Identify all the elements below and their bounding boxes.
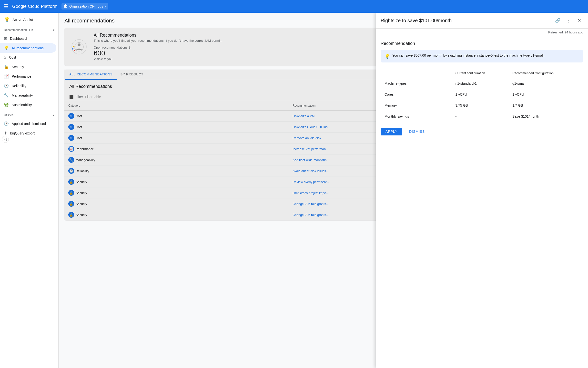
sidebar-title: Active Assist bbox=[12, 18, 33, 22]
config-label: Memory bbox=[381, 100, 452, 111]
sidebar-item-label: Cost bbox=[9, 55, 16, 59]
manageability-icon: 🔧 bbox=[4, 93, 9, 98]
sidebar-item-all-recommendations[interactable]: 💡 All recommendations bbox=[0, 43, 56, 53]
recommendation-link[interactable]: Change IAM role grants... bbox=[293, 202, 329, 206]
column-category: Category bbox=[64, 101, 289, 111]
sidebar-item-reliability[interactable]: 🕐 Reliability bbox=[0, 81, 56, 91]
top-navigation: ☰ Google Cloud Platform 🏛 Organization O… bbox=[0, 0, 588, 13]
config-current-value: n1-standard-1 bbox=[452, 78, 508, 89]
sidebar-section-recommendation-hub[interactable]: Recommendation Hub ▾ bbox=[0, 26, 58, 34]
config-current-value: 1 vCPU bbox=[452, 89, 508, 100]
sidebar-header: 💡 Active Assist bbox=[0, 13, 58, 26]
config-row-memory: Memory 3.75 GB 1.7 GB bbox=[381, 100, 583, 111]
sidebar-item-label: Sustainability bbox=[12, 103, 32, 107]
recommendation-link[interactable]: Downsize a VM bbox=[293, 114, 314, 118]
apply-button[interactable]: APPLY bbox=[381, 128, 402, 135]
copy-link-button[interactable]: 🔗 bbox=[554, 17, 562, 24]
perf-badge-icon: 📈 bbox=[68, 146, 74, 152]
sidebar-item-label: Reliability bbox=[12, 84, 26, 88]
sidebar-item-label: Dashboard bbox=[10, 37, 27, 41]
recommendation-link[interactable]: Remove an idle disk bbox=[293, 136, 321, 140]
svg-point-5 bbox=[74, 50, 75, 51]
tab-all-recommendations[interactable]: ALL RECOMMENDATIONS bbox=[65, 70, 117, 80]
category-name: Security bbox=[76, 191, 87, 195]
sidebar-item-security[interactable]: 🔒 Security bbox=[0, 62, 56, 72]
brand-name: Google Cloud Platform bbox=[12, 4, 58, 9]
illustration bbox=[69, 37, 89, 57]
recommendation-link[interactable]: Avoid out-of-disk issues... bbox=[293, 169, 329, 173]
config-label: Cores bbox=[381, 89, 452, 100]
recommendation-link[interactable]: Limit cross-project impe... bbox=[293, 191, 329, 195]
cost-icon: $ bbox=[4, 55, 6, 60]
sidebar-section-chevron-icon: ▾ bbox=[53, 113, 54, 117]
filter-icon: ⬛ bbox=[69, 95, 73, 99]
sidebar-item-cost[interactable]: $ Cost bbox=[0, 53, 56, 62]
config-comparison-table: Current configuration Recommended Config… bbox=[381, 68, 583, 122]
panel-actions: 🔗 ⋮ ✕ bbox=[554, 17, 583, 24]
recommendation-link[interactable]: Change IAM role grants... bbox=[293, 213, 329, 217]
category-name: Cost bbox=[76, 114, 82, 118]
panel-refresh-info: Refreshed: 24 hours ago bbox=[376, 29, 588, 36]
security-badge-icon: 🔒 bbox=[68, 212, 74, 218]
menu-button[interactable]: ☰ bbox=[4, 3, 8, 9]
open-recs-count: 600 bbox=[94, 49, 130, 57]
info-icon[interactable]: ℹ bbox=[129, 45, 130, 49]
bigquery-export-icon: ⬆ bbox=[4, 131, 7, 135]
tab-by-product[interactable]: BY PRODUCT bbox=[117, 70, 147, 80]
sidebar-section-utilities[interactable]: Utilities ▾ bbox=[0, 112, 58, 119]
info-banner-text: You can save $507.00 per month by switch… bbox=[392, 53, 545, 57]
category-name: Cost bbox=[76, 125, 82, 129]
sidebar-item-label: Applied and dismissed bbox=[12, 122, 46, 126]
config-recommended-value: g1-small bbox=[508, 78, 583, 89]
collapse-sidebar-button[interactable]: ◁ bbox=[2, 136, 9, 143]
all-recommendations-icon: 💡 bbox=[4, 46, 9, 50]
recommendation-section-title: Recommendation bbox=[381, 41, 583, 46]
action-buttons: APPLY DISMISS bbox=[381, 128, 583, 135]
panel-body: Recommendation 💡 You can save $507.00 pe… bbox=[376, 36, 588, 368]
card-description: This is where you'll find all your recom… bbox=[94, 39, 222, 42]
security-icon: 🔒 bbox=[4, 64, 9, 69]
col-current: Current configuration bbox=[452, 68, 508, 78]
sidebar-item-applied-dismissed[interactable]: 🕐 Applied and dismissed bbox=[0, 119, 56, 128]
active-assist-icon: 💡 bbox=[4, 17, 10, 22]
org-name: Organization Olympus bbox=[69, 4, 103, 8]
sidebar-item-label: Security bbox=[12, 65, 24, 69]
category-name: Security bbox=[76, 202, 87, 206]
category-name: Performance bbox=[76, 147, 94, 151]
filter-label: Filter bbox=[75, 95, 83, 99]
sidebar-section-chevron-icon: ▾ bbox=[53, 28, 54, 32]
recommendation-link[interactable]: Downsize Cloud SQL ins... bbox=[293, 125, 330, 129]
sidebar-item-performance[interactable]: 📈 Performance bbox=[0, 72, 56, 81]
sidebar-item-dashboard[interactable]: ⊞ Dashboard bbox=[0, 34, 56, 43]
org-icon: 🏛 bbox=[64, 4, 68, 9]
detail-panel: Rightsize to save $101.00/month 🔗 ⋮ ✕ Re… bbox=[376, 13, 588, 368]
cost-badge-icon: $ bbox=[68, 135, 74, 141]
config-label: Machine types bbox=[381, 78, 452, 89]
config-recommended-value: 1.7 GB bbox=[508, 100, 583, 111]
close-panel-button[interactable]: ✕ bbox=[575, 17, 583, 24]
visible-label: Visible to you bbox=[94, 57, 112, 61]
config-current-value: 3.75 GB bbox=[452, 100, 508, 111]
config-row-cores: Cores 1 vCPU 1 vCPU bbox=[381, 89, 583, 100]
sidebar-item-sustainability[interactable]: 🌿 Sustainability bbox=[0, 100, 56, 110]
sidebar-item-manageability[interactable]: 🔧 Manageability bbox=[0, 91, 56, 100]
category-name: Manageability bbox=[76, 158, 95, 162]
cost-badge-icon: $ bbox=[68, 124, 74, 130]
config-row-savings: Monthly savings - Save $101/month bbox=[381, 111, 583, 122]
recommendation-link[interactable]: Increase VM performan... bbox=[293, 147, 328, 151]
security-badge-icon: 🔒 bbox=[68, 190, 74, 196]
sidebar-item-bigquery-export[interactable]: ⬆ BigQuery export bbox=[0, 128, 56, 138]
svg-point-2 bbox=[78, 43, 81, 46]
open-recs-label: Open recommendations bbox=[94, 46, 128, 49]
recommendation-link[interactable]: Add fleet-wide monitorin... bbox=[293, 158, 329, 162]
more-options-button[interactable]: ⋮ bbox=[565, 17, 572, 24]
dismiss-button[interactable]: DISMISS bbox=[404, 128, 430, 135]
org-selector[interactable]: 🏛 Organization Olympus ▾ bbox=[61, 3, 109, 10]
manage-badge-icon: 🔧 bbox=[68, 157, 74, 163]
cost-badge-icon: $ bbox=[68, 113, 74, 119]
config-recommended-value: Save $101/month bbox=[508, 111, 583, 122]
panel-title: Rightsize to save $101.00/month bbox=[381, 18, 452, 23]
table-title: All Recommendations bbox=[69, 84, 112, 89]
recommendation-link[interactable]: Review overly permissiv... bbox=[293, 180, 329, 184]
category-name: Cost bbox=[76, 136, 82, 140]
